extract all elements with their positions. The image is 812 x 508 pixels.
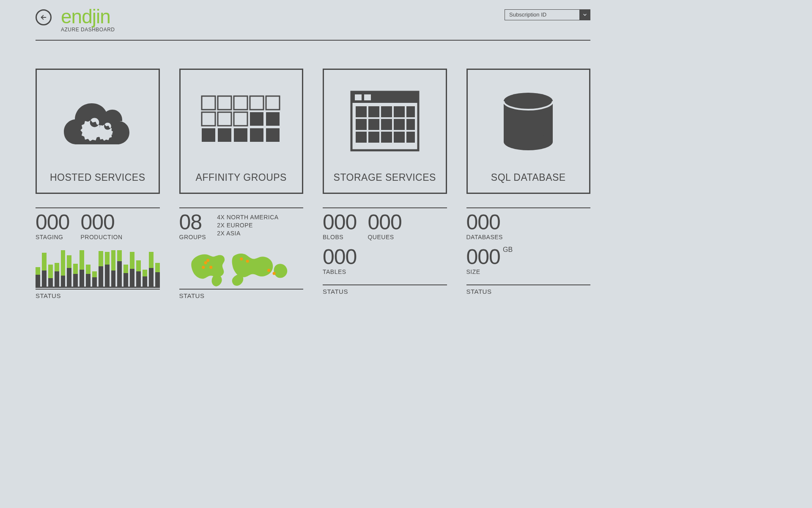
world-map-icon: [179, 250, 304, 288]
status-label: STATUS: [323, 284, 447, 295]
brand-subtitle: AZURE DASHBOARD: [61, 27, 115, 32]
svg-rect-26: [355, 94, 362, 100]
metric-label: GROUPS: [179, 234, 206, 240]
svg-point-45: [504, 133, 553, 150]
metric-label: SIZE: [466, 268, 513, 275]
col-hosted-services: HOSTED SERVICES 000 STAGING 000 PRODUCTI…: [36, 69, 160, 299]
tile-storage-services[interactable]: STORAGE SERVICES: [323, 69, 447, 194]
svg-rect-12: [218, 128, 231, 142]
col-sql-database: SQL DATABASE 000 DATABASES 000GB SIZE ST…: [466, 69, 591, 299]
col-affinity-groups: AFFINITY GROUPS 08 GROUPS 4X NORTH AMERI…: [179, 69, 304, 299]
svg-point-20: [240, 257, 243, 260]
svg-rect-28: [356, 106, 367, 117]
svg-rect-37: [406, 119, 415, 130]
svg-point-21: [246, 260, 249, 262]
svg-rect-11: [202, 128, 215, 142]
metric-value: 000GB: [466, 246, 513, 268]
cloud-gears-icon: [37, 70, 159, 172]
svg-rect-27: [364, 94, 371, 100]
metric-production: 000 PRODUCTION: [80, 212, 122, 240]
svg-rect-41: [394, 132, 405, 143]
svg-rect-30: [381, 106, 392, 117]
svg-rect-31: [394, 106, 405, 117]
svg-rect-9: [250, 112, 263, 126]
region-item: 2X ASIA: [217, 229, 278, 237]
chevron-down-icon: [579, 9, 590, 20]
col-storage-services: STORAGE SERVICES 000 BLOBS 000 QUEUES 00…: [323, 69, 447, 299]
metric-databases: 000 DATABASES: [466, 212, 503, 240]
metric-label: STAGING: [36, 234, 69, 240]
svg-rect-4: [250, 96, 263, 110]
metric-value: 000: [368, 212, 401, 233]
svg-point-16: [204, 261, 207, 264]
metric-label: BLOBS: [323, 234, 357, 240]
svg-point-23: [272, 272, 275, 275]
svg-rect-3: [234, 96, 247, 110]
metric-size: 000GB SIZE: [466, 246, 513, 275]
status-label: STATUS: [466, 284, 591, 295]
metric-tables: 000 TABLES: [323, 246, 357, 275]
metric-value: 000: [466, 212, 503, 233]
svg-point-18: [206, 259, 209, 262]
tile-title: AFFINITY GROUPS: [196, 172, 287, 183]
metric-blobs: 000 BLOBS: [323, 212, 357, 240]
svg-rect-13: [234, 128, 247, 142]
metric-value: 000: [323, 246, 357, 268]
tile-sql-database[interactable]: SQL DATABASE: [466, 69, 591, 194]
svg-rect-39: [368, 132, 379, 143]
database-icon: [468, 70, 590, 172]
storage-grid-icon: [324, 70, 446, 172]
tile-title: SQL DATABASE: [491, 172, 566, 183]
region-list: 4X NORTH AMERICA 2X EUROPE 2X ASIA: [217, 213, 278, 240]
svg-rect-34: [368, 119, 379, 130]
svg-rect-7: [218, 112, 231, 126]
hosted-services-bar-chart: [36, 250, 160, 288]
svg-rect-33: [356, 119, 367, 130]
svg-rect-2: [218, 96, 231, 110]
metric-staging: 000 STAGING: [36, 212, 69, 240]
metric-groups: 08 GROUPS: [179, 212, 206, 240]
svg-rect-40: [381, 132, 392, 143]
svg-rect-1: [202, 96, 215, 110]
svg-rect-10: [266, 112, 280, 126]
header: endjin AZURE DASHBOARD Subscription ID: [36, 7, 590, 41]
status-label: STATUS: [179, 289, 304, 299]
metric-value: 000: [36, 212, 69, 233]
metric-value: 08: [179, 212, 206, 233]
region-item: 2X EUROPE: [217, 221, 278, 229]
svg-point-22: [267, 269, 270, 272]
metric-label: PRODUCTION: [80, 234, 122, 240]
tile-affinity-groups[interactable]: AFFINITY GROUPS: [179, 69, 304, 194]
svg-point-17: [209, 266, 212, 269]
subscription-select-label: Subscription ID: [505, 9, 579, 20]
svg-rect-15: [266, 128, 280, 142]
brand: endjin AZURE DASHBOARD: [61, 7, 115, 32]
svg-rect-8: [234, 112, 247, 126]
subscription-select[interactable]: Subscription ID: [505, 9, 590, 20]
region-item: 4X NORTH AMERICA: [217, 213, 278, 221]
grid-blocks-icon: [181, 70, 302, 172]
metric-value: 000: [323, 212, 357, 233]
brand-name: endjin: [61, 7, 115, 26]
arrow-left-icon: [40, 14, 47, 21]
metric-queues: 000 QUEUES: [368, 212, 401, 240]
svg-point-19: [202, 266, 205, 269]
svg-rect-6: [202, 112, 215, 126]
metric-label: QUEUES: [368, 234, 401, 240]
svg-rect-29: [368, 106, 379, 117]
svg-rect-14: [250, 128, 263, 142]
svg-rect-42: [406, 132, 415, 143]
svg-rect-32: [406, 106, 415, 117]
svg-rect-36: [394, 119, 405, 130]
status-label: STATUS: [36, 289, 160, 299]
tile-title: HOSTED SERVICES: [50, 172, 145, 183]
svg-rect-38: [356, 132, 367, 143]
metric-value: 000: [80, 212, 122, 233]
tile-hosted-services[interactable]: HOSTED SERVICES: [36, 69, 160, 194]
svg-rect-35: [381, 119, 392, 130]
tile-title: STORAGE SERVICES: [334, 172, 436, 183]
metric-label: TABLES: [323, 268, 357, 275]
svg-rect-5: [266, 96, 280, 110]
back-button[interactable]: [36, 9, 52, 25]
metric-label: DATABASES: [466, 234, 503, 240]
